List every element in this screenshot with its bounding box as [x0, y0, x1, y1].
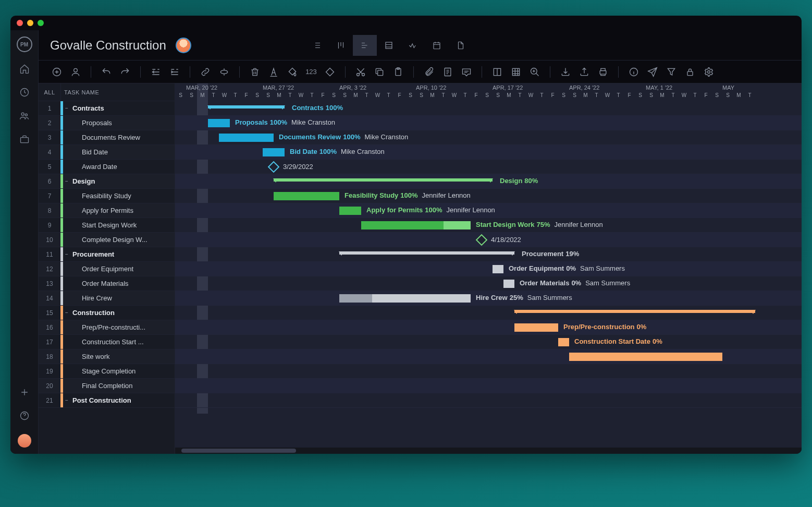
- add-icon[interactable]: [19, 387, 30, 399]
- outdent-button[interactable]: [149, 65, 163, 79]
- unlink-button[interactable]: [217, 65, 231, 79]
- gantt-row[interactable]: Contracts100%: [175, 101, 802, 116]
- gantt-row[interactable]: Proposals100%Mike Cranston: [175, 116, 802, 130]
- summary-bar[interactable]: [514, 310, 755, 313]
- gantt-row[interactable]: Apply for Permits100%Jennifer Lennon: [175, 203, 802, 218]
- indent-button[interactable]: [168, 65, 181, 79]
- gantt-row[interactable]: Order Equipment0%Sam Summers: [175, 262, 802, 276]
- cut-button[interactable]: [354, 65, 367, 79]
- help-icon[interactable]: [19, 411, 30, 422]
- columns-button[interactable]: [490, 65, 504, 79]
- gantt-row[interactable]: [175, 349, 802, 364]
- gantt-row[interactable]: 4/18/2022: [175, 233, 802, 247]
- filter-button[interactable]: [665, 65, 678, 79]
- expand-icon[interactable]: −: [63, 178, 70, 184]
- paste-button[interactable]: [391, 65, 405, 79]
- gantt-row[interactable]: Order Materials0%Sam Summers: [175, 276, 802, 291]
- task-row[interactable]: 21−Post Construction: [39, 393, 175, 408]
- task-bar[interactable]: [208, 119, 230, 127]
- task-row[interactable]: 2Proposals: [39, 116, 175, 130]
- gantt-row[interactable]: Bid Date100%Mike Cranston: [175, 145, 802, 160]
- column-all[interactable]: ALL: [39, 89, 60, 95]
- task-bar[interactable]: [339, 294, 471, 303]
- user-avatar-icon[interactable]: [18, 434, 31, 448]
- files-view-button[interactable]: [449, 35, 473, 56]
- milestone-marker[interactable]: [476, 234, 488, 246]
- task-row[interactable]: 17Construction Start ...: [39, 335, 175, 349]
- gantt-rows[interactable]: Contracts100%Proposals100%Mike CranstonD…: [175, 101, 802, 448]
- briefcase-icon[interactable]: [19, 134, 30, 146]
- task-bar[interactable]: [274, 192, 339, 200]
- number-format-button[interactable]: 123: [304, 65, 318, 79]
- gantt-row[interactable]: [175, 379, 802, 393]
- expand-icon[interactable]: −: [63, 310, 70, 316]
- expand-icon[interactable]: −: [63, 105, 70, 111]
- task-row[interactable]: 20Final Completion: [39, 379, 175, 393]
- task-row[interactable]: 7Feasibility Study: [39, 189, 175, 203]
- gantt-row[interactable]: [175, 393, 802, 408]
- home-icon[interactable]: [19, 64, 30, 76]
- gantt-row[interactable]: Procurement19%: [175, 247, 802, 262]
- copy-button[interactable]: [373, 65, 386, 79]
- list-view-button[interactable]: [305, 35, 329, 56]
- gantt-row[interactable]: Prep/Pre-construction0%: [175, 320, 802, 335]
- task-row[interactable]: 5Award Date: [39, 160, 175, 174]
- zoom-icon[interactable]: [38, 20, 44, 26]
- notes-button[interactable]: [441, 65, 454, 79]
- expand-icon[interactable]: −: [63, 251, 70, 257]
- gantt-row[interactable]: 3/29/2022: [175, 160, 802, 174]
- task-bar[interactable]: [219, 134, 274, 142]
- gantt-row[interactable]: Start Design Work75%Jennifer Lennon: [175, 218, 802, 233]
- task-row[interactable]: 11−Procurement: [39, 247, 175, 262]
- gantt-row[interactable]: [175, 364, 802, 379]
- milestone-button[interactable]: [323, 65, 337, 79]
- task-row[interactable]: 19Stage Completion: [39, 364, 175, 379]
- summary-bar[interactable]: [339, 251, 514, 255]
- settings-button[interactable]: [702, 65, 716, 79]
- export-button[interactable]: [577, 65, 591, 79]
- task-bar[interactable]: [263, 148, 285, 156]
- lock-button[interactable]: [683, 65, 697, 79]
- clock-icon[interactable]: [19, 87, 30, 99]
- summary-bar[interactable]: [274, 178, 493, 182]
- task-row[interactable]: 8Apply for Permits: [39, 203, 175, 218]
- task-row[interactable]: 16Prep/Pre-constructi...: [39, 320, 175, 335]
- expand-icon[interactable]: −: [63, 397, 70, 403]
- task-row[interactable]: 9Start Design Work: [39, 218, 175, 233]
- task-bar[interactable]: [493, 265, 503, 273]
- scrollbar-thumb[interactable]: [181, 449, 296, 453]
- task-row[interactable]: 18Site work: [39, 349, 175, 364]
- close-icon[interactable]: [17, 20, 23, 26]
- gantt-row[interactable]: Design80%: [175, 174, 802, 189]
- task-bar[interactable]: [514, 323, 558, 332]
- gantt-view-button[interactable]: [353, 35, 377, 56]
- comments-button[interactable]: [460, 65, 473, 79]
- task-bar[interactable]: [339, 207, 361, 215]
- board-view-button[interactable]: [329, 35, 353, 56]
- task-row[interactable]: 12Order Equipment: [39, 262, 175, 276]
- task-row[interactable]: 15−Construction: [39, 306, 175, 320]
- horizontal-scrollbar[interactable]: [175, 448, 802, 454]
- calendar-view-button[interactable]: [425, 35, 449, 56]
- gantt-row[interactable]: [175, 306, 802, 320]
- zoom-in-button[interactable]: [528, 65, 542, 79]
- team-icon[interactable]: [19, 111, 30, 123]
- app-logo[interactable]: PM: [17, 37, 32, 52]
- minimize-icon[interactable]: [27, 20, 33, 26]
- redo-button[interactable]: [118, 65, 132, 79]
- fill-color-button[interactable]: [286, 65, 299, 79]
- task-bar[interactable]: [569, 353, 722, 361]
- gantt-row[interactable]: Feasibility Study100%Jennifer Lennon: [175, 189, 802, 203]
- task-row[interactable]: 4Bid Date: [39, 145, 175, 160]
- task-row[interactable]: 14Hire Crew: [39, 291, 175, 306]
- import-button[interactable]: [559, 65, 572, 79]
- gantt-row[interactable]: Hire Crew25%Sam Summers: [175, 291, 802, 306]
- task-bar[interactable]: [503, 280, 514, 288]
- info-button[interactable]: [627, 65, 641, 79]
- task-row[interactable]: 6−Design: [39, 174, 175, 189]
- link-button[interactable]: [199, 65, 212, 79]
- add-person-button[interactable]: [69, 65, 82, 79]
- undo-button[interactable]: [100, 65, 113, 79]
- task-bar[interactable]: [558, 338, 569, 346]
- summary-bar[interactable]: [208, 105, 285, 108]
